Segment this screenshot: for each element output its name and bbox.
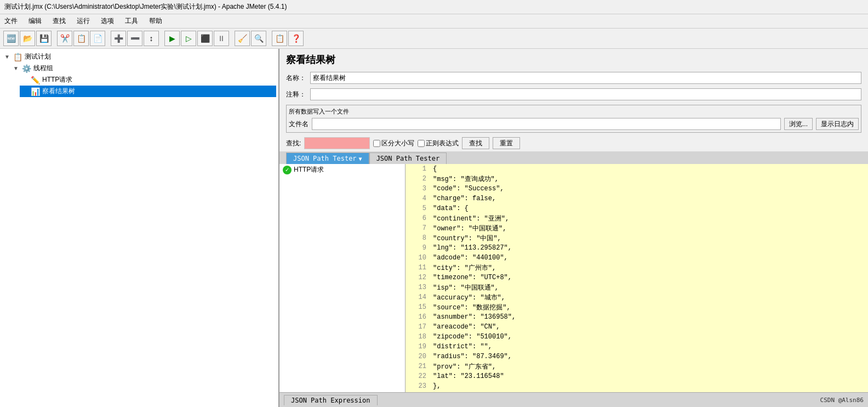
line-number: 18 — [410, 333, 426, 341]
paste-button[interactable]: 📄 — [90, 31, 105, 46]
menu-options[interactable]: 选项 — [99, 15, 116, 27]
regex-label: 正则表达式 — [418, 139, 459, 148]
json-line: 7 "owner": "中国联通", — [406, 223, 868, 233]
toolbar: 🆕 📂 💾 ✂️ 📋 📄 ➕ ➖ ↕️ ▶ ▷ ⬛ ⏸ 🧹 🔍 📋 ❓ — [0, 29, 868, 49]
tree-node-http-request[interactable]: ✏️ HTTP请求 — [20, 74, 276, 86]
tree-node-result-tree[interactable]: 📊 察看结果树 — [20, 86, 276, 97]
json-view: 1{2 "msg": "查询成功",3 "code": "Success",4 … — [406, 164, 868, 392]
tree-node-thread-group[interactable]: ▼ ⚙️ 线程组 — [11, 63, 276, 74]
left-panel: ▼ 📋 测试计划 ▼ ⚙️ 线程组 ✏️ HTTP请求 📊 察看结果树 — [0, 49, 279, 407]
move-button[interactable]: ↕️ — [144, 31, 159, 46]
remote-start-button[interactable]: 📋 — [272, 31, 287, 46]
json-line: 11 "city": "广州市", — [406, 263, 868, 273]
cut-button[interactable]: ✂️ — [57, 31, 72, 46]
line-number: 6 — [410, 214, 426, 222]
line-content: "zipcode": "510010", — [433, 333, 512, 341]
line-content: "source": "数据挖掘", — [433, 303, 511, 312]
bottom-bar: JSON Path Expression CSDN @Alsn86 — [279, 392, 868, 407]
line-content: "accuracy": "城市", — [433, 293, 505, 302]
tab-json-path-tester[interactable]: JSON Path Tester — [369, 152, 447, 164]
name-row: 名称： — [279, 70, 868, 86]
line-content: "charge": false, — [433, 195, 496, 202]
line-number: 20 — [410, 353, 426, 360]
json-line: 19 "district": "", — [406, 342, 868, 352]
copy-button[interactable]: 📋 — [73, 31, 89, 46]
file-row: 文件名 浏览... 显示日志内 — [289, 118, 859, 130]
json-line: 2 "msg": "查询成功", — [406, 174, 868, 184]
result-item-http[interactable]: ✓ HTTP请求 — [279, 164, 405, 176]
json-line: 10 "adcode": "440100", — [406, 253, 868, 263]
test-plan-icon: 📋 — [13, 53, 22, 61]
active-tab-label: JSON Path Tester — [293, 155, 357, 162]
line-number: 7 — [410, 224, 426, 232]
line-content: { — [433, 165, 437, 173]
tab-dropdown-icon[interactable]: ▼ — [359, 156, 362, 162]
line-number: 1 — [410, 165, 426, 173]
menu-bar: 文件 编辑 查找 运行 选项 工具 帮助 — [0, 14, 868, 29]
line-content: "isp": "中国联通", — [433, 283, 499, 292]
tab-label: JSON Path Tester — [376, 155, 440, 162]
help-button[interactable]: ❓ — [288, 31, 304, 46]
json-line: 6 "continent": "亚洲", — [406, 213, 868, 223]
json-line: 3 "code": "Success", — [406, 184, 868, 194]
json-line: 1{ — [406, 164, 868, 174]
result-tree-label: 察看结果树 — [42, 87, 75, 96]
regex-checkbox[interactable] — [418, 140, 425, 147]
menu-tools[interactable]: 工具 — [123, 15, 140, 27]
menu-edit[interactable]: 编辑 — [26, 15, 44, 27]
display-log-button[interactable]: 显示日志内 — [816, 118, 859, 130]
tree-node-test-plan[interactable]: ▼ 📋 测试计划 — [2, 51, 276, 63]
open-button[interactable]: 📂 — [20, 31, 35, 46]
line-content: "country": "中国", — [433, 234, 501, 243]
line-number: 13 — [410, 284, 426, 291]
menu-file[interactable]: 文件 — [2, 15, 20, 27]
line-number: 16 — [410, 313, 426, 321]
shutdown-button[interactable]: ⏸ — [214, 31, 229, 46]
line-number: 11 — [410, 264, 426, 272]
line-number: 5 — [410, 205, 426, 212]
clear-button[interactable]: 🧹 — [235, 31, 250, 46]
name-label: 名称： — [286, 74, 306, 83]
save-button[interactable]: 💾 — [36, 31, 52, 46]
add-button[interactable]: ➕ — [111, 31, 126, 46]
menu-find[interactable]: 查找 — [50, 15, 68, 27]
tab-json-path-tester-active[interactable]: JSON Path Tester ▼ — [286, 152, 369, 164]
line-number: 4 — [410, 195, 426, 202]
reset-button[interactable]: 重置 — [493, 137, 520, 149]
remove-button[interactable]: ➖ — [127, 31, 142, 46]
new-button[interactable]: 🆕 — [3, 31, 19, 46]
search-input[interactable] — [304, 137, 370, 149]
expand-icon-thread: ▼ — [13, 65, 22, 71]
title-bar: 测试计划.jmx (C:\Users\Administrator\Desktop… — [0, 0, 868, 14]
comment-row: 注释： — [279, 86, 868, 103]
json-line: 15 "source": "数据挖掘", — [406, 302, 868, 312]
case-sensitive-label: 区分大小写 — [373, 139, 414, 148]
line-number: 10 — [410, 254, 426, 262]
right-panel: 察看结果树 名称： 注释： 所有数据写入一个文件 文件名 浏览... 显示日志内 — [279, 49, 868, 407]
menu-help[interactable]: 帮助 — [147, 15, 164, 27]
search-button[interactable]: 🔍 — [251, 31, 266, 46]
name-input[interactable] — [310, 72, 861, 84]
start-no-pause-button[interactable]: ▷ — [181, 31, 196, 46]
line-content: "lat": "23.116548" — [433, 372, 504, 380]
line-content: "lng": "113.295827", — [433, 244, 512, 252]
line-content: "radius": "87.3469", — [433, 353, 512, 360]
json-line: 5 "data": { — [406, 203, 868, 213]
find-button[interactable]: 查找 — [462, 137, 489, 149]
thread-group-icon: ⚙️ — [22, 64, 31, 73]
bottom-tab-label: JSON Path Expression — [291, 397, 370, 404]
file-section: 所有数据写入一个文件 文件名 浏览... 显示日志内 — [286, 105, 861, 133]
browse-button[interactable]: 浏览... — [784, 118, 813, 130]
comment-input[interactable] — [310, 88, 861, 100]
stop-button[interactable]: ⬛ — [197, 31, 213, 46]
menu-run[interactable]: 运行 — [75, 15, 92, 27]
line-number: 23 — [410, 382, 426, 390]
case-sensitive-checkbox[interactable] — [373, 140, 380, 147]
title-text: 测试计划.jmx (C:\Users\Administrator\Desktop… — [4, 3, 287, 10]
line-content: }, — [433, 382, 441, 390]
bottom-tab-json-path[interactable]: JSON Path Expression — [284, 395, 378, 405]
result-item-label: HTTP请求 — [294, 165, 324, 174]
line-content: "areacode": "CN", — [433, 323, 500, 331]
filename-input[interactable] — [312, 118, 781, 130]
start-button[interactable]: ▶ — [164, 31, 180, 46]
